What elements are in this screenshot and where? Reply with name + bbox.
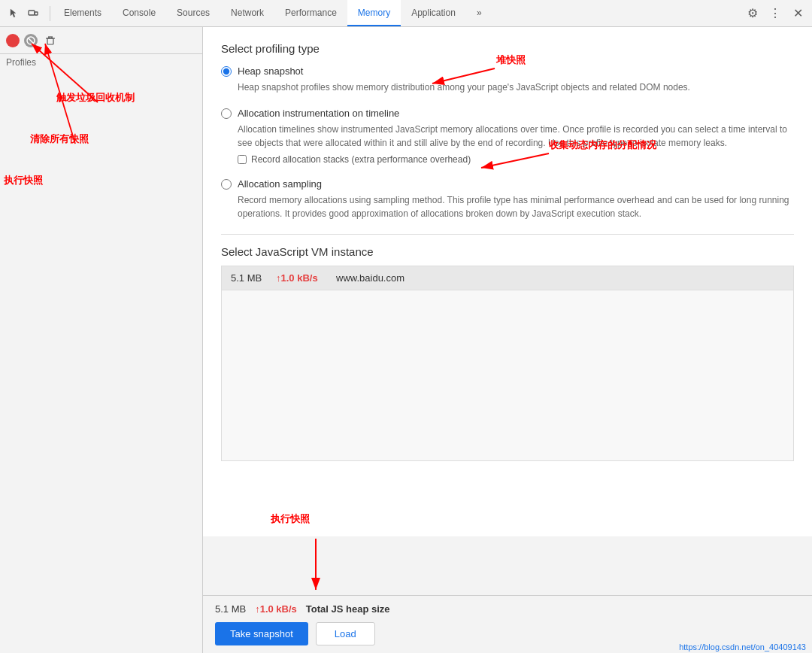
allocation-stacks-checkbox[interactable] — [238, 155, 247, 164]
more-icon[interactable]: ⋮ — [767, 5, 783, 22]
allocation-sampling-radio[interactable] — [221, 179, 232, 190]
tab-console[interactable]: Console — [112, 0, 166, 26]
section-divider — [221, 234, 794, 235]
vm-size: 5.1 MB — [231, 272, 268, 284]
tab-sources[interactable]: Sources — [166, 0, 220, 26]
inspect-icon[interactable] — [6, 6, 21, 21]
close-icon[interactable]: ✕ — [789, 5, 806, 22]
vm-instance-item[interactable]: 5.1 MB ↑1.0 kB/s www.baidu.com — [222, 266, 793, 290]
tab-memory[interactable]: Memory — [347, 0, 401, 26]
tab-elements[interactable]: Elements — [53, 0, 112, 26]
heap-snapshot-radio[interactable] — [221, 66, 232, 77]
stop-button[interactable] — [24, 34, 38, 47]
allocation-stacks-label[interactable]: Record allocation stacks (extra performa… — [251, 154, 471, 165]
bottom-rate: ↑1.0 kB/s — [255, 603, 297, 615]
heap-snapshot-label[interactable]: Heap snapshot — [238, 65, 303, 77]
annotation-trigger-gc: 触发垃圾回收机制 — [56, 91, 135, 105]
allocation-sampling-option: Allocation sampling Record memory alloca… — [221, 178, 794, 220]
allocation-timeline-radio[interactable] — [221, 108, 232, 119]
heap-snapshot-desc: Heap snapshot profiles show memory distr… — [238, 80, 794, 94]
tab-list: Elements Console Sources Network Perform… — [53, 0, 735, 26]
allocation-stacks-row: Record allocation stacks (extra performa… — [238, 154, 794, 165]
bottom-size: 5.1 MB — [215, 603, 246, 615]
profiles-label: Profiles — [0, 54, 202, 71]
tab-application[interactable]: Application — [401, 0, 466, 26]
sidebar-toolbar — [0, 27, 202, 54]
status-bar: https://blog.csdn.net/on_40409143 — [673, 641, 812, 653]
sidebar: Profiles 触发垃圾回收机制 清除所有快照 执行快照 — [0, 27, 203, 653]
main-layout: Profiles 触发垃圾回收机制 清除所有快照 执行快照 Select pro… — [0, 27, 812, 653]
svg-rect-4 — [47, 38, 53, 44]
bottom-stats: 5.1 MB ↑1.0 kB/s Total JS heap size — [215, 603, 800, 615]
take-snapshot-button[interactable]: Take snapshot — [215, 622, 308, 645]
sidebar-annotation-svg — [0, 27, 203, 478]
svg-rect-0 — [29, 11, 35, 15]
annotation-clear-snapshots: 清除所有快照 — [30, 132, 89, 146]
svg-rect-1 — [35, 12, 38, 15]
tab-network[interactable]: Network — [220, 0, 274, 26]
vm-list: 5.1 MB ↑1.0 kB/s www.baidu.com — [221, 266, 794, 461]
record-button[interactable] — [6, 34, 20, 47]
vm-section-title: Select JavaScript VM instance — [221, 245, 794, 258]
heap-snapshot-option: Heap snapshot Heap snapshot profiles sho… — [221, 65, 794, 94]
toolbar-icons — [6, 6, 50, 21]
settings-icon[interactable]: ⚙ — [744, 5, 761, 22]
allocation-sampling-desc: Record memory allocations using sampling… — [238, 193, 794, 220]
allocation-timeline-option: Allocation instrumentation on timeline A… — [221, 108, 794, 165]
svg-line-3 — [29, 38, 34, 43]
allocation-timeline-header: Allocation instrumentation on timeline — [221, 108, 794, 119]
vm-rate: ↑1.0 kB/s — [276, 272, 329, 284]
allocation-timeline-desc: Allocation timelines show instrumented J… — [238, 123, 794, 150]
bottom-label: Total JS heap size — [306, 603, 390, 615]
devtools-toolbar: Elements Console Sources Network Perform… — [0, 0, 812, 27]
toolbar-right: ⚙ ⋮ ✕ — [738, 5, 806, 22]
load-button[interactable]: Load — [316, 622, 375, 645]
allocation-sampling-header: Allocation sampling — [221, 178, 794, 190]
tab-performance[interactable]: Performance — [274, 0, 347, 26]
vm-url: www.baidu.com — [336, 272, 404, 284]
allocation-sampling-label[interactable]: Allocation sampling — [238, 178, 322, 190]
profiling-section-title: Select profiling type — [221, 42, 794, 55]
allocation-timeline-label[interactable]: Allocation instrumentation on timeline — [238, 108, 399, 119]
main-content-wrapper: Select profiling type Heap snapshot Heap… — [203, 27, 812, 653]
tab-more[interactable]: » — [466, 0, 492, 26]
clear-button[interactable] — [42, 32, 59, 49]
main-content: Select profiling type Heap snapshot Heap… — [203, 27, 812, 536]
device-toggle-icon[interactable] — [26, 6, 41, 21]
annotation-take-snapshot-sidebar: 执行快照 — [4, 174, 43, 187]
heap-snapshot-header: Heap snapshot — [221, 65, 794, 77]
